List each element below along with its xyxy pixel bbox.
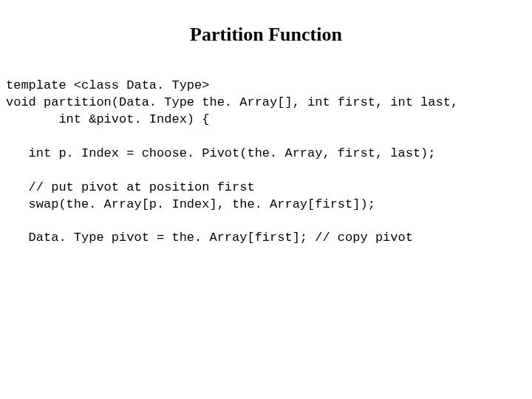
code-line: Data. Type pivot = the. Array[first]; //… <box>6 231 413 245</box>
code-block: template <class Data. Type> void partiti… <box>0 61 532 247</box>
page-title: Partition Function <box>0 24 532 46</box>
code-line: int p. Index = choose. Pivot(the. Array,… <box>6 146 436 160</box>
code-line: void partition(Data. Type the. Array[], … <box>6 95 458 109</box>
code-line: swap(the. Array[p. Index], the. Array[fi… <box>6 197 375 211</box>
code-line: template <class Data. Type> <box>6 78 209 92</box>
code-line: int &pivot. Index) { <box>6 112 209 126</box>
code-line: // put pivot at position first <box>6 180 255 194</box>
